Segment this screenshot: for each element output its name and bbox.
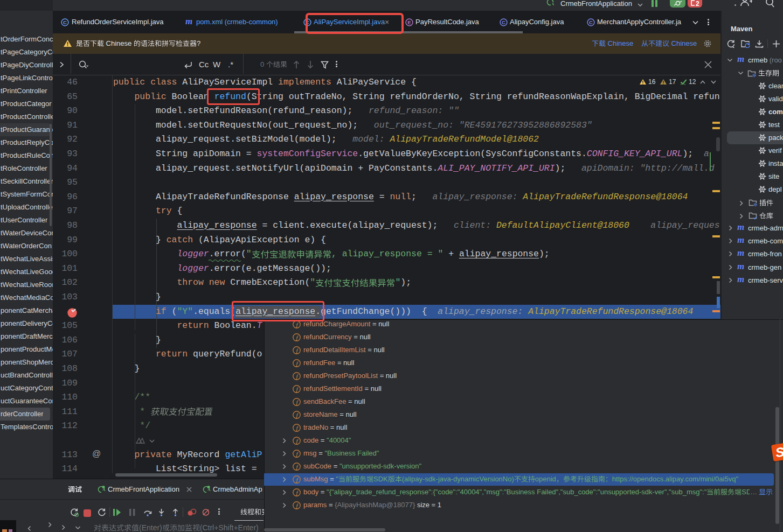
svg-text:f: f — [296, 502, 299, 509]
svg-text:f: f — [296, 399, 299, 405]
svg-text:f: f — [296, 489, 299, 496]
svg-text:f: f — [296, 451, 299, 457]
svg-text:f: f — [296, 321, 299, 328]
svg-text:C: C — [589, 19, 593, 25]
svg-text:f: f — [296, 412, 299, 418]
svg-text:C: C — [502, 19, 505, 25]
svg-text:f: f — [296, 360, 299, 367]
svg-text:f: f — [296, 477, 299, 483]
svg-text:f: f — [296, 425, 299, 431]
svg-text:E: E — [407, 19, 411, 25]
svg-text:f: f — [296, 386, 299, 393]
svg-text:f: f — [296, 347, 299, 354]
svg-text:f: f — [296, 334, 299, 341]
svg-text:f: f — [296, 373, 299, 380]
svg-text:C: C — [63, 19, 67, 25]
svg-text:f: f — [296, 438, 299, 444]
svg-text:f: f — [296, 464, 299, 470]
